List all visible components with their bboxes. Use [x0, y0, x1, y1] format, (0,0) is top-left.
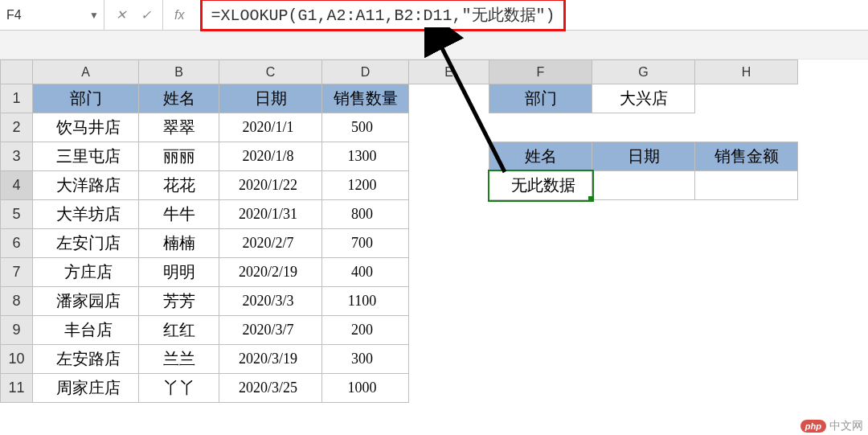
row-header-6[interactable]: 6 — [1, 229, 33, 258]
cell-e9[interactable] — [409, 316, 489, 345]
cell-h6[interactable] — [695, 229, 798, 258]
col-header-h[interactable]: H — [695, 60, 798, 84]
cell-d4[interactable]: 1200 — [322, 171, 409, 200]
name-box-dropdown-icon[interactable]: ▼ — [89, 10, 99, 21]
cell-f11[interactable] — [489, 374, 592, 403]
cell-h7[interactable] — [695, 258, 798, 287]
cell-f4-active[interactable]: 无此数据 — [489, 171, 592, 200]
cell-c4[interactable]: 2020/1/22 — [219, 171, 322, 200]
cell-g8[interactable] — [592, 287, 695, 316]
cell-f2[interactable] — [489, 113, 592, 142]
row-header-9[interactable]: 9 — [1, 316, 33, 345]
worksheet-grid[interactable]: A B C D E F G H 1 部门 姓名 日期 销售数量 部门 大兴店 2… — [0, 60, 868, 403]
cell-e8[interactable] — [409, 287, 489, 316]
cell-d6[interactable]: 700 — [322, 229, 409, 258]
cell-a9[interactable]: 丰台店 — [33, 316, 139, 345]
confirm-icon[interactable]: ✓ — [141, 7, 151, 23]
cell-g1[interactable]: 大兴店 — [592, 84, 695, 113]
cell-a8[interactable]: 潘家园店 — [33, 287, 139, 316]
cell-e2[interactable] — [409, 113, 489, 142]
cell-e3[interactable] — [409, 142, 489, 171]
cell-d8[interactable]: 1100 — [322, 287, 409, 316]
cell-b2[interactable]: 翠翠 — [139, 113, 219, 142]
cell-a2[interactable]: 饮马井店 — [33, 113, 139, 142]
cell-b1[interactable]: 姓名 — [139, 84, 219, 113]
cell-g2[interactable] — [592, 113, 695, 142]
cell-c10[interactable]: 2020/3/19 — [219, 345, 322, 374]
cell-f9[interactable] — [489, 316, 592, 345]
cell-e6[interactable] — [409, 229, 489, 258]
cell-h9[interactable] — [695, 316, 798, 345]
cell-d10[interactable]: 300 — [322, 345, 409, 374]
cell-d1[interactable]: 销售数量 — [322, 84, 409, 113]
row-header-11[interactable]: 11 — [1, 374, 33, 403]
cell-b5[interactable]: 牛牛 — [139, 200, 219, 229]
cell-f6[interactable] — [489, 229, 592, 258]
col-header-g[interactable]: G — [592, 60, 695, 84]
row-header-5[interactable]: 5 — [1, 200, 33, 229]
cell-a5[interactable]: 大羊坊店 — [33, 200, 139, 229]
row-header-3[interactable]: 3 — [1, 142, 33, 171]
row-header-2[interactable]: 2 — [1, 113, 33, 142]
cell-f3[interactable]: 姓名 — [489, 142, 592, 171]
cell-b10[interactable]: 兰兰 — [139, 345, 219, 374]
cell-e4[interactable] — [409, 171, 489, 200]
cell-b6[interactable]: 楠楠 — [139, 229, 219, 258]
row-header-10[interactable]: 10 — [1, 345, 33, 374]
cell-b11[interactable]: 丫丫 — [139, 374, 219, 403]
cell-e7[interactable] — [409, 258, 489, 287]
cell-g7[interactable] — [592, 258, 695, 287]
cell-d7[interactable]: 400 — [322, 258, 409, 287]
col-header-a[interactable]: A — [33, 60, 139, 84]
cell-g11[interactable] — [592, 374, 695, 403]
cell-f8[interactable] — [489, 287, 592, 316]
cell-g4[interactable] — [592, 171, 695, 200]
col-header-f[interactable]: F — [489, 60, 592, 84]
select-all-corner[interactable] — [1, 60, 33, 84]
cell-a7[interactable]: 方庄店 — [33, 258, 139, 287]
cell-g5[interactable] — [592, 200, 695, 229]
cell-h8[interactable] — [695, 287, 798, 316]
cell-d11[interactable]: 1000 — [322, 374, 409, 403]
row-header-8[interactable]: 8 — [1, 287, 33, 316]
cell-c9[interactable]: 2020/3/7 — [219, 316, 322, 345]
col-header-b[interactable]: B — [139, 60, 219, 84]
cell-c3[interactable]: 2020/1/8 — [219, 142, 322, 171]
col-header-d[interactable]: D — [322, 60, 409, 84]
cell-e1[interactable] — [409, 84, 489, 113]
cell-c1[interactable]: 日期 — [219, 84, 322, 113]
cell-a1[interactable]: 部门 — [33, 84, 139, 113]
cell-a10[interactable]: 左安路店 — [33, 345, 139, 374]
cell-f1[interactable]: 部门 — [489, 84, 592, 113]
cell-e10[interactable] — [409, 345, 489, 374]
cell-b9[interactable]: 红红 — [139, 316, 219, 345]
cell-c8[interactable]: 2020/3/3 — [219, 287, 322, 316]
cell-h4[interactable] — [695, 171, 798, 200]
cell-h1[interactable] — [695, 84, 798, 113]
cell-d3[interactable]: 1300 — [322, 142, 409, 171]
col-header-e[interactable]: E — [409, 60, 489, 84]
cancel-icon[interactable]: ✕ — [116, 7, 126, 23]
cell-c7[interactable]: 2020/2/19 — [219, 258, 322, 287]
cell-e5[interactable] — [409, 200, 489, 229]
cell-a6[interactable]: 左安门店 — [33, 229, 139, 258]
cell-d5[interactable]: 800 — [322, 200, 409, 229]
cell-b3[interactable]: 丽丽 — [139, 142, 219, 171]
row-header-1[interactable]: 1 — [1, 84, 33, 113]
cell-h2[interactable] — [695, 113, 798, 142]
cell-c11[interactable]: 2020/3/25 — [219, 374, 322, 403]
fx-icon[interactable]: fx — [163, 8, 195, 23]
cell-e11[interactable] — [409, 374, 489, 403]
cell-c2[interactable]: 2020/1/1 — [219, 113, 322, 142]
cell-h3[interactable]: 销售金额 — [695, 142, 798, 171]
cell-a3[interactable]: 三里屯店 — [33, 142, 139, 171]
cell-g3[interactable]: 日期 — [592, 142, 695, 171]
cell-c5[interactable]: 2020/1/31 — [219, 200, 322, 229]
cell-g9[interactable] — [592, 316, 695, 345]
cell-f10[interactable] — [489, 345, 592, 374]
formula-input-wrap[interactable]: =XLOOKUP(G1,A2:A11,B2:D11,"无此数据") — [195, 0, 868, 30]
cell-h11[interactable] — [695, 374, 798, 403]
name-box[interactable]: F4 ▼ — [0, 0, 104, 30]
col-header-c[interactable]: C — [219, 60, 322, 84]
cell-h10[interactable] — [695, 345, 798, 374]
